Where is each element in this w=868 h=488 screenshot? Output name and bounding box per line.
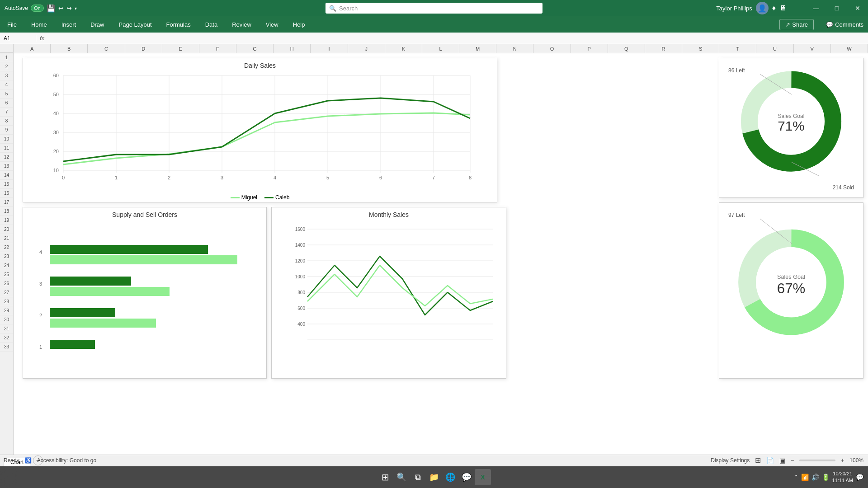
tab-file[interactable]: File — [0, 16, 24, 33]
taskview-button[interactable]: ⧉ — [410, 469, 426, 485]
page-break-icon[interactable]: ▣ — [779, 457, 785, 464]
tab-draw[interactable]: Draw — [83, 16, 111, 33]
chart-monthly-sales[interactable]: Monthly Sales 1600 1400 1200 1000 — [271, 207, 506, 379]
row-31: 31 — [0, 324, 13, 333]
col-B: B — [51, 44, 88, 53]
donut2-left-label: 97 Left — [728, 212, 745, 218]
zoom-level: 100% — [849, 457, 863, 464]
row-30: 30 — [0, 315, 13, 324]
teams-button[interactable]: 💬 — [458, 469, 475, 485]
system-tray: ⌃ 📶 🔊 🔋 10/20/21 11:11 AM 💬 — [794, 470, 863, 484]
ribbon: File Home Insert Draw Page Layout Formul… — [0, 16, 868, 33]
start-button[interactable]: ⊞ — [377, 469, 393, 485]
page-layout-icon[interactable]: 📄 — [766, 457, 774, 464]
search-box[interactable]: 🔍 Search — [326, 3, 542, 14]
tab-formulas[interactable]: Formulas — [159, 16, 198, 33]
zoom-out-icon[interactable]: − — [791, 457, 794, 464]
row-6: 6 — [0, 99, 13, 108]
svg-text:8: 8 — [469, 175, 472, 180]
svg-rect-38 — [50, 319, 156, 328]
caleb-color — [264, 197, 274, 198]
svg-text:Sales Goal: Sales Goal — [777, 274, 805, 280]
tab-review[interactable]: Review — [225, 16, 259, 33]
avatar[interactable]: 👤 — [756, 2, 769, 14]
svg-text:600: 600 — [297, 306, 305, 311]
chart-donut1[interactable]: 86 Left 214 Sold Sa — [719, 58, 863, 198]
row-7: 7 — [0, 108, 13, 117]
col-I: I — [311, 44, 348, 53]
close-button[interactable]: ✕ — [847, 0, 868, 16]
cell-reference[interactable]: A1 — [0, 35, 36, 42]
zoom-in-icon[interactable]: + — [841, 457, 844, 464]
daily-sales-svg: 60 50 40 30 20 10 0 1 2 3 4 5 6 7 8 — [23, 71, 497, 191]
redo-icon[interactable]: ↪ — [66, 5, 72, 12]
autosave-toggle[interactable]: On — [31, 5, 44, 12]
share-button[interactable]: ↗ Share — [779, 19, 814, 30]
excel-button[interactable]: X — [475, 469, 491, 485]
row-2: 2 — [0, 62, 13, 71]
tab-pagelayout[interactable]: Page Layout — [112, 16, 159, 33]
row-10: 10 — [0, 135, 13, 144]
row-20: 20 — [0, 225, 13, 234]
row-33: 33 — [0, 343, 13, 352]
dropdown-icon[interactable]: ▾ — [75, 6, 77, 11]
status-right: Display Settings ⊞ 📄 ▣ − + 100% — [711, 456, 863, 465]
edge-button[interactable]: 🌐 — [442, 469, 458, 485]
volume-icon[interactable]: 🔊 — [811, 474, 819, 481]
svg-text:71%: 71% — [778, 118, 804, 133]
user-name: Taylor Phillips — [716, 5, 752, 12]
tab-insert[interactable]: Insert — [54, 16, 84, 33]
row-15: 15 — [0, 180, 13, 189]
tab-home[interactable]: Home — [24, 16, 54, 33]
taskbar: ⊞ 🔍 ⧉ 📁 🌐 💬 X ⌃ 📶 🔊 🔋 10/20/21 11:11 AM … — [0, 466, 868, 488]
display-settings[interactable]: Display Settings — [711, 457, 750, 464]
tab-help[interactable]: Help — [286, 16, 312, 33]
normal-view-icon[interactable]: ⊞ — [755, 456, 761, 465]
row-23: 23 — [0, 252, 13, 261]
daily-sales-legend: Miguel Caleb — [23, 192, 497, 202]
save-icon[interactable]: 💾 — [47, 4, 56, 13]
svg-text:0: 0 — [62, 175, 65, 180]
grid-content[interactable]: Daily Sales — [14, 53, 868, 466]
row-24: 24 — [0, 261, 13, 270]
caleb-label: Caleb — [275, 194, 289, 201]
svg-text:50: 50 — [53, 92, 59, 97]
battery-icon[interactable]: 🔋 — [822, 474, 830, 481]
datetime-display[interactable]: 10/20/21 11:11 AM — [832, 470, 853, 484]
file-explorer-button[interactable]: 📁 — [426, 469, 442, 485]
undo-icon[interactable]: ↩ — [58, 5, 64, 12]
tab-data[interactable]: Data — [198, 16, 225, 33]
row-19: 19 — [0, 216, 13, 225]
miguel-color — [231, 197, 240, 198]
minimize-button[interactable]: — — [806, 0, 826, 16]
donut1-right-label: 214 Sold — [833, 184, 854, 191]
zoom-slider[interactable] — [799, 460, 835, 461]
col-W: W — [831, 44, 868, 53]
chart-donut2[interactable]: 97 Left Sales Goal 67% — [719, 202, 863, 379]
comment-icon: 💬 — [826, 21, 833, 28]
taskbar-search-button[interactable]: 🔍 — [393, 469, 410, 485]
col-O: O — [533, 44, 571, 53]
col-D: D — [125, 44, 162, 53]
crown-icon: ♦ — [772, 4, 776, 12]
col-S: S — [682, 44, 719, 53]
col-R: R — [645, 44, 682, 53]
row-4: 4 — [0, 80, 13, 89]
row-17: 17 — [0, 198, 13, 207]
svg-text:60: 60 — [53, 73, 59, 78]
row-9: 9 — [0, 126, 13, 135]
row-headers: 1 2 3 4 5 6 7 8 9 10 11 12 13 14 15 16 1… — [0, 53, 14, 466]
tab-view[interactable]: View — [259, 16, 286, 33]
comments-button[interactable]: 💬 Comments — [826, 21, 863, 28]
row-22: 22 — [0, 243, 13, 252]
chart-daily-sales[interactable]: Daily Sales — [23, 58, 497, 202]
miguel-label: Miguel — [241, 194, 257, 201]
network-icon[interactable]: 📶 — [801, 474, 809, 481]
svg-rect-35 — [50, 287, 170, 296]
chevron-up-icon[interactable]: ⌃ — [794, 474, 798, 480]
notification-icon[interactable]: 💬 — [856, 474, 863, 481]
chart-supply-orders[interactable]: Supply and Sell Orders 4 3 2 1 — [23, 207, 267, 379]
comments-label: Comments — [835, 21, 863, 28]
maximize-button[interactable]: □ — [826, 0, 847, 16]
accessibility-status[interactable]: Accessibility: Good to go — [37, 457, 96, 464]
